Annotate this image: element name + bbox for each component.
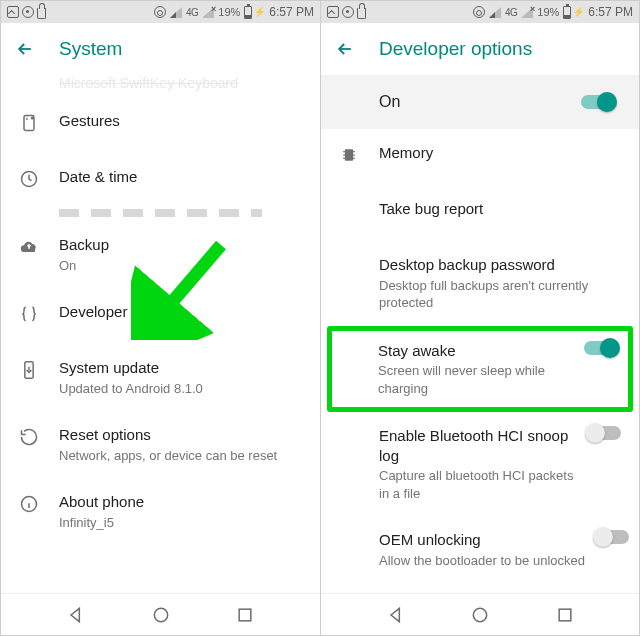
- row-take-bug-report[interactable]: Take bug report: [321, 185, 639, 241]
- svg-rect-7: [239, 609, 251, 621]
- oem-unlocking-toggle[interactable]: [595, 530, 629, 544]
- screenshot-notification-icon: [342, 6, 354, 18]
- clock: 6:57 PM: [269, 5, 314, 19]
- gestures-icon: [19, 111, 59, 137]
- divider: [59, 209, 262, 217]
- annotation-highlight-box: Stay awake Screen will never sleep while…: [327, 326, 633, 413]
- row-subtitle: Updated to Android 8.1.0: [59, 380, 302, 398]
- row-subtitle: On: [59, 257, 302, 275]
- back-arrow-icon[interactable]: [15, 39, 35, 59]
- phone-left: 4G 19% ⚡ 6:57 PM System Microsoft SwiftK…: [1, 1, 320, 635]
- row-developer-options[interactable]: Developer options: [1, 288, 320, 344]
- phone-right: 4G 19% ⚡ 6:57 PM Developer options On Me…: [320, 1, 639, 635]
- row-oem-unlocking[interactable]: OEM unlocking Allow the bootloader to be…: [321, 516, 639, 573]
- row-title: Gestures: [59, 111, 302, 131]
- status-bar: 4G 19% ⚡ 6:57 PM: [321, 1, 639, 23]
- nav-back-icon[interactable]: [66, 605, 86, 625]
- row-desktop-backup-password[interactable]: Desktop backup password Desktop full bac…: [321, 241, 639, 326]
- network-label: 4G: [505, 7, 517, 18]
- signal-1-icon: [170, 7, 182, 18]
- charging-icon: ⚡: [254, 7, 265, 17]
- header: System: [1, 23, 320, 75]
- clock: 6:57 PM: [588, 5, 633, 19]
- row-system-update[interactable]: System update Updated to Android 8.1.0: [1, 344, 320, 411]
- signal-2-icon: [202, 7, 214, 18]
- status-bar: 4G 19% ⚡ 6:57 PM: [1, 1, 320, 23]
- nav-recents-icon[interactable]: [235, 605, 255, 625]
- row-title: Take bug report: [379, 199, 621, 219]
- stay-awake-toggle[interactable]: [584, 341, 618, 355]
- row-title: Reset options: [59, 425, 302, 445]
- row-title: System update: [59, 358, 302, 378]
- row-about-phone[interactable]: About phone Infinity_i5: [1, 478, 320, 545]
- row-title: Backup: [59, 235, 302, 255]
- charging-icon: ⚡: [573, 7, 584, 17]
- navigation-bar: [321, 593, 639, 635]
- row-backup[interactable]: Backup On: [1, 221, 320, 288]
- svg-point-6: [154, 608, 167, 621]
- row-title: Developer options: [59, 302, 302, 322]
- svg-point-9: [473, 608, 486, 621]
- row-title: Stay awake: [378, 341, 574, 361]
- picture-notification-icon: [327, 6, 339, 18]
- cloud-upload-icon: [19, 235, 59, 261]
- row-gestures[interactable]: Gestures: [1, 97, 320, 153]
- system-update-icon: [19, 358, 59, 384]
- page-title: System: [59, 38, 122, 60]
- master-on-label: On: [379, 93, 400, 111]
- cut-off-item: Microsoft SwiftKey Keyboard: [1, 75, 320, 97]
- signal-1-icon: [489, 7, 501, 18]
- row-subtitle: Desktop full backups aren't currently pr…: [379, 277, 621, 312]
- row-reset-options[interactable]: Reset options Network, apps, or device c…: [1, 411, 320, 478]
- braces-icon: [19, 302, 59, 328]
- lock-icon: [357, 8, 366, 19]
- battery-pct: 19%: [537, 6, 559, 18]
- network-label: 4G: [186, 7, 198, 18]
- content-area[interactable]: On Memory Take bug report Desktop backup…: [321, 75, 639, 593]
- navigation-bar: [1, 593, 320, 635]
- gps-icon: [154, 6, 166, 18]
- row-title: Memory: [379, 143, 621, 163]
- nav-home-icon[interactable]: [151, 605, 171, 625]
- row-date-time[interactable]: Date & time: [1, 153, 320, 209]
- content-area[interactable]: Microsoft SwiftKey Keyboard Gestures Dat…: [1, 75, 320, 593]
- header: Developer options: [321, 23, 639, 75]
- row-title: About phone: [59, 492, 302, 512]
- gps-icon: [473, 6, 485, 18]
- nav-home-icon[interactable]: [470, 605, 490, 625]
- battery-icon: [563, 6, 571, 19]
- row-memory[interactable]: Memory: [321, 129, 639, 185]
- signal-2-icon: [521, 7, 533, 18]
- row-subtitle: Infinity_i5: [59, 514, 302, 532]
- screenshot-notification-icon: [22, 6, 34, 18]
- nav-back-icon[interactable]: [386, 605, 406, 625]
- row-bluetooth-hci[interactable]: Enable Bluetooth HCI snoop log Capture a…: [321, 412, 639, 516]
- master-toggle[interactable]: [581, 95, 615, 109]
- row-title: Enable Bluetooth HCI snoop log: [379, 426, 577, 465]
- battery-icon: [244, 6, 252, 19]
- row-title: Date & time: [59, 167, 302, 187]
- master-toggle-row[interactable]: On: [321, 75, 639, 129]
- bluetooth-hci-toggle[interactable]: [587, 426, 621, 440]
- row-subtitle: Screen will never sleep while charging: [378, 362, 574, 397]
- page-title: Developer options: [379, 38, 532, 60]
- info-icon: [19, 492, 59, 518]
- row-title: OEM unlocking: [379, 530, 585, 550]
- lock-icon: [37, 8, 46, 19]
- row-title: Desktop backup password: [379, 255, 621, 275]
- row-stay-awake[interactable]: Stay awake Screen will never sleep while…: [340, 341, 574, 398]
- picture-notification-icon: [7, 6, 19, 18]
- nav-recents-icon[interactable]: [555, 605, 575, 625]
- svg-point-1: [32, 117, 34, 119]
- row-subtitle: Network, apps, or device can be reset: [59, 447, 302, 465]
- row-subtitle: Capture all bluetooth HCI packets in a f…: [379, 467, 577, 502]
- svg-rect-8: [345, 149, 353, 161]
- svg-rect-10: [559, 609, 571, 621]
- battery-pct: 19%: [218, 6, 240, 18]
- memory-chip-icon: [339, 143, 379, 169]
- reset-icon: [19, 425, 59, 451]
- row-subtitle: Allow the bootloader to be unlocked: [379, 552, 585, 570]
- clock-icon: [19, 167, 59, 193]
- back-arrow-icon[interactable]: [335, 39, 355, 59]
